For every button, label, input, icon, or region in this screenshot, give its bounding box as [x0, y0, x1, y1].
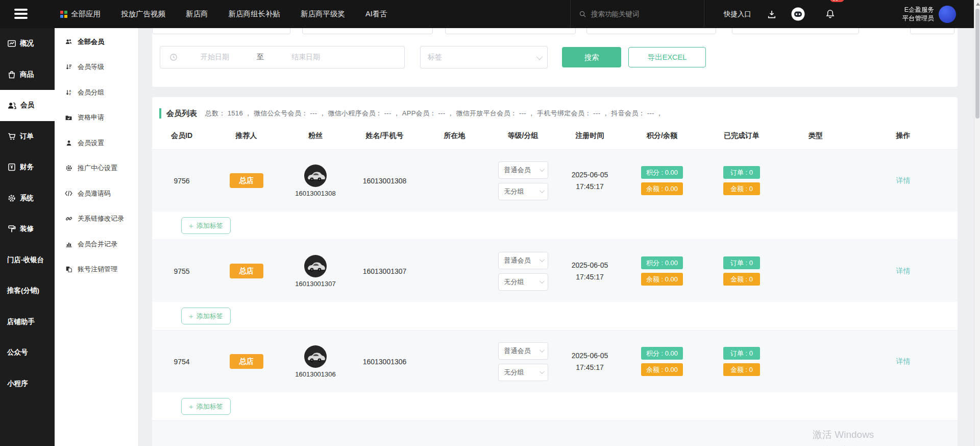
date-to-label: 至 — [245, 53, 276, 62]
table-row: 9754 总店 16013001306 16013001306 普通会员 无分组… — [152, 330, 958, 392]
referrer-button[interactable]: 总店 — [230, 173, 263, 188]
sidebar-item-store-cashier[interactable]: 门店-收银台 — [0, 245, 55, 276]
filter-input-5[interactable] — [732, 28, 859, 34]
submenu-qualification-apply[interactable]: 资格申请 — [55, 105, 138, 131]
add-tag-button[interactable]: +添加标签 — [181, 217, 231, 234]
referrer-button[interactable]: 总店 — [230, 264, 263, 278]
amount-badge: 金额 : 0 — [723, 182, 760, 195]
export-excel-button[interactable]: 导出EXCEL — [628, 47, 706, 67]
add-tag-button[interactable]: +添加标签 — [181, 398, 231, 415]
plus-icon: + — [189, 402, 193, 411]
finance-book-icon — [7, 162, 16, 172]
submenu-invite-code[interactable]: 会员邀请码 — [55, 181, 138, 206]
table-row: 9755 总店 16013001307 16013001307 普通会员 无分组… — [152, 240, 958, 302]
list-stats: 总数： 1516 ， 微信公众号会员： --- ， 微信小程序会员： --- ，… — [205, 109, 663, 118]
group-select[interactable]: 无分组 — [498, 364, 548, 381]
submenu-promotion-center-settings[interactable]: 推广中心设置 — [55, 156, 138, 181]
detail-link[interactable]: 详情 — [896, 357, 911, 366]
group-select[interactable]: 无分组 — [498, 273, 548, 291]
submenu-account-cancellation[interactable]: 账号注销管理 — [55, 257, 138, 283]
sidebar-item-members[interactable]: 会员 — [0, 90, 55, 121]
tag-select[interactable]: 标签 — [420, 46, 548, 68]
download-icon[interactable] — [767, 0, 777, 28]
name-phone: 16013001306 — [350, 358, 420, 366]
plus-icon: + — [189, 312, 193, 320]
member-avatar[interactable] — [304, 164, 327, 187]
tag-strip: +添加标签 — [152, 392, 958, 420]
account-menu[interactable]: E企盈服务 平台管理员 — [894, 0, 956, 28]
sidebar-item-orders[interactable]: 订单 — [0, 121, 55, 152]
nav-all-apps[interactable]: 全部应用 — [60, 9, 101, 19]
scrollbar-up-arrow[interactable] — [976, 3, 980, 6]
submenu-merge-records[interactable]: 会员合并记录 — [55, 231, 138, 257]
nav-new-shop[interactable]: 新店商 — [186, 9, 208, 19]
submenu-member-levels[interactable]: 会员等级 — [55, 55, 138, 80]
paint-roller-icon — [7, 224, 16, 233]
date-range-picker[interactable]: 开始日期 至 结束日期 — [160, 46, 405, 68]
table-row: 9756 总店 16013001308 16013001308 普通会员 无分组… — [152, 149, 958, 212]
sidebar-item-system[interactable]: 系统 — [0, 183, 55, 214]
submenu-relation-chain-log[interactable]: 关系链修改记录 — [55, 206, 138, 232]
vertical-scrollbar[interactable] — [974, 0, 980, 446]
nav-leader-subsidy[interactable]: 新店商组长补贴 — [229, 9, 281, 19]
nav-ad-video[interactable]: 投放广告视频 — [121, 9, 165, 19]
filter-input-3[interactable] — [445, 28, 576, 34]
filter-card: 开始日期 至 结束日期 标签 搜索 导出EXCEL — [152, 28, 958, 87]
nav-ai-tongue[interactable]: AI看舌 — [365, 9, 387, 19]
level-select[interactable]: 普通会员 — [498, 161, 548, 179]
search-button[interactable]: 搜索 — [562, 47, 621, 67]
top-nav: 全部应用 投放广告视频 新店商 新店商组长补贴 新店商平级奖 AI看舌 — [60, 0, 387, 28]
orders-badge: 订单 : 0 — [723, 256, 760, 269]
submenu-member-settings[interactable]: 会员设置 — [55, 130, 138, 156]
shopping-bag-icon — [7, 70, 16, 79]
account-name: E企盈服务 平台管理员 — [894, 6, 934, 23]
gear-icon — [7, 194, 16, 203]
sidebar-item-mini-program[interactable]: 小程序 — [0, 368, 55, 400]
account-avatar[interactable] — [939, 6, 956, 23]
filter-input-1[interactable] — [152, 28, 290, 34]
function-search-input[interactable]: 搜索功能关键词 — [570, 0, 704, 28]
pages-icon — [65, 266, 72, 273]
sidebar-item-finance[interactable]: 财务 — [0, 152, 55, 183]
svg-text:A: A — [69, 89, 71, 92]
assistant-robot-icon[interactable] — [791, 0, 805, 28]
sidebar-item-decorate[interactable]: 装修 — [0, 214, 55, 245]
overview-chart-icon — [7, 39, 16, 48]
clock-icon — [169, 53, 178, 61]
filter-input-4[interactable] — [586, 28, 716, 34]
title-accent-bar — [159, 108, 161, 119]
quick-entry-button[interactable]: 快捷入口 — [724, 0, 751, 28]
member-avatar[interactable] — [304, 254, 327, 278]
nav-peer-award[interactable]: 新店商平级奖 — [301, 9, 345, 19]
folder-check-icon — [65, 114, 72, 122]
level-select[interactable]: 普通会员 — [498, 342, 548, 360]
hamburger-menu-icon[interactable] — [14, 9, 28, 19]
detail-link[interactable]: 详情 — [896, 267, 911, 276]
main-content: 开始日期 至 结束日期 标签 搜索 导出EXCEL 会员列表 总数： 1516 … — [139, 28, 974, 446]
submenu-member-groups[interactable]: AZ 会员分组 — [55, 80, 138, 105]
filter-input-6[interactable] — [910, 28, 954, 34]
scrollbar-thumb[interactable] — [975, 9, 979, 119]
sidebar-item-products[interactable]: 商品 — [0, 59, 55, 90]
people-icon — [65, 38, 72, 45]
member-avatar[interactable] — [304, 345, 327, 368]
sidebar-item-shop-assistant[interactable]: 店铺助手 — [0, 307, 55, 338]
apps-grid-icon — [60, 11, 67, 18]
primary-sidebar: 概况 商品 会员 订单 财务 系统 装修 门店-收银台 推客(分销) 店铺助手 … — [0, 28, 55, 446]
sidebar-item-overview[interactable]: 概况 — [0, 28, 55, 59]
amount-badge: 金额 : 0 — [723, 273, 760, 286]
add-tag-button[interactable]: +添加标签 — [181, 308, 231, 324]
points-badge: 积分 : 0.00 — [641, 347, 683, 360]
sidebar-item-official-account[interactable]: 公众号 — [0, 337, 55, 368]
level-select[interactable]: 普通会员 — [498, 252, 548, 269]
referrer-button[interactable]: 总店 — [230, 354, 263, 369]
gear-icon — [65, 165, 72, 172]
group-select[interactable]: 无分组 — [498, 183, 548, 200]
detail-link[interactable]: 详情 — [896, 176, 911, 185]
code-icon — [65, 190, 72, 197]
search-placeholder: 搜索功能关键词 — [591, 10, 640, 19]
nav-label: 全部应用 — [71, 9, 101, 19]
submenu-all-members[interactable]: 全部会员 — [55, 29, 138, 55]
filter-input-2[interactable] — [302, 28, 433, 34]
sidebar-item-distribution[interactable]: 推客(分销) — [0, 275, 55, 307]
